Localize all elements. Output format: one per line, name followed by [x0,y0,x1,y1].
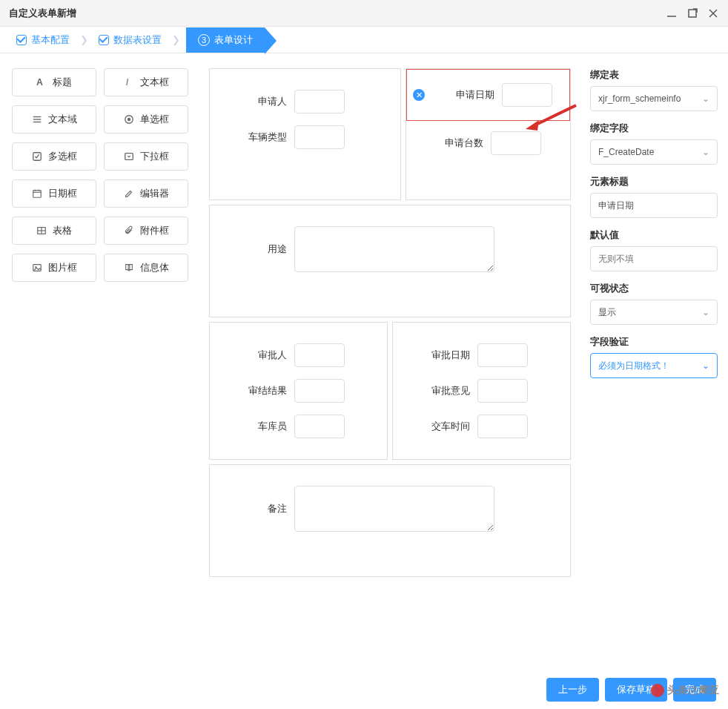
palette-textbox[interactable]: I文本框 [104,68,188,96]
field-remark[interactable]: 备注 [223,486,557,532]
svg-point-10 [127,118,130,121]
image-icon [32,263,42,273]
component-palette: A标题 I文本框 文本域 单选框 多选框 下拉框 日期框 编辑器 表格 附件框 … [0,53,200,670]
palette-date[interactable]: 日期框 [12,179,96,208]
step-number: 3 [198,34,210,46]
close-icon[interactable] [707,7,719,19]
maximize-icon[interactable] [686,7,698,19]
footer-actions: 上一步 保存草稿 完成 [0,670,728,709]
checkbox-icon [32,151,42,162]
approve-result-input[interactable] [294,379,345,403]
field-vehicle-type[interactable]: 车辆类型 [223,125,387,149]
field-approve-comment[interactable]: 审批意见 [406,379,557,403]
field-approve-date[interactable]: 审批日期 [406,343,557,367]
field-validate-select[interactable]: 必须为日期格式！⌄ [590,353,718,378]
palette-infobody[interactable]: 信息体 [104,254,188,282]
calendar-icon [32,188,42,199]
svg-rect-1 [689,10,696,17]
visible-state-label: 可视状态 [590,282,718,295]
element-title-input[interactable] [598,200,709,211]
minimize-icon[interactable] [666,7,678,19]
bind-field-select[interactable]: F_CreateDate⌄ [590,139,718,165]
step-form-design[interactable]: 3表单设计 [186,27,265,53]
element-title-label: 元素标题 [590,175,718,188]
field-purpose[interactable]: 用途 [223,226,557,272]
step-wizard: 基本配置 ❯ 数据表设置 ❯ 3表单设计 [0,27,728,53]
default-value-label: 默认值 [590,228,718,242]
form-block[interactable]: 用途 [209,205,571,317]
field-apply-date[interactable]: 申请日期 [414,83,562,107]
prev-button[interactable]: 上一步 [546,678,599,702]
title-bar: 自定义表单新增 [0,0,728,27]
form-block[interactable]: 备注 [209,464,571,577]
field-approve-result[interactable]: 审结结果 [223,379,374,403]
apply-date-input[interactable] [502,83,552,107]
step-data-table[interactable]: 数据表设置 [94,33,166,47]
visible-state-select[interactable]: 显示⌄ [590,300,718,325]
apply-count-input[interactable] [491,131,541,155]
remark-textarea[interactable] [294,486,494,532]
bind-table-label: 绑定表 [590,68,718,82]
approver-input[interactable] [294,343,345,367]
form-canvas: 申请人 车辆类型 ✕ 申请日期 申请台数 用途 审批人 审结结果 车库员 [200,53,580,670]
bind-field-label: 绑定字段 [590,122,718,135]
field-deliver-time[interactable]: 交车时间 [406,415,557,438]
purpose-textarea[interactable] [294,226,494,272]
vehicle-type-input[interactable] [294,125,345,149]
palette-radio[interactable]: 单选框 [104,105,188,133]
check-icon [16,35,27,45]
chevron-down-icon: ⌄ [702,307,709,317]
lines-icon [32,114,42,125]
palette-textarea[interactable]: 文本域 [12,105,96,133]
form-block[interactable]: ✕ 申请日期 申请台数 [406,68,571,200]
field-approver[interactable]: 审批人 [223,343,374,367]
field-apply-count[interactable]: 申请台数 [406,131,570,155]
check-icon [99,35,109,45]
palette-select[interactable]: 下拉框 [104,142,188,171]
bind-table-select[interactable]: xjr_form_schemeinfo⌄ [590,86,718,111]
palette-editor[interactable]: 编辑器 [104,179,188,208]
paperclip-icon [124,225,134,236]
window-controls [666,7,719,19]
palette-table[interactable]: 表格 [12,217,96,245]
properties-panel: 绑定表 xjr_form_schemeinfo⌄ 绑定字段 F_CreateDa… [580,53,728,670]
save-draft-button[interactable]: 保存草稿 [605,678,667,702]
chevron-right-icon: ❯ [80,34,88,45]
dropdown-icon [124,151,134,162]
chevron-down-icon: ⌄ [702,93,709,104]
garage-staff-input[interactable] [294,415,345,438]
form-block[interactable]: 申请人 车辆类型 [209,68,401,200]
field-applicant[interactable]: 申请人 [223,90,387,113]
done-button[interactable]: 完成 [673,678,716,702]
chevron-down-icon: ⌄ [702,360,709,371]
default-value-input[interactable] [598,254,709,264]
svg-rect-13 [33,191,41,198]
book-icon [124,263,134,273]
pencil-icon [124,188,134,199]
approve-date-input[interactable] [477,343,528,367]
svg-text:I: I [125,77,128,88]
field-garage-staff[interactable]: 车库员 [223,415,374,438]
chevron-right-icon: ❯ [172,34,180,45]
chevron-down-icon: ⌄ [702,147,709,157]
form-block[interactable]: 审批人 审结结果 车库员 [209,322,388,460]
svg-text:A: A [36,77,43,88]
delete-field-icon[interactable]: ✕ [413,89,425,101]
form-block[interactable]: 审批日期 审批意见 交车时间 [392,322,571,460]
palette-attachment[interactable]: 附件框 [104,217,188,245]
field-validate-label: 字段验证 [590,335,718,349]
selected-field-cell[interactable]: ✕ 申请日期 [406,69,570,121]
palette-checkbox[interactable]: 多选框 [12,142,96,171]
applicant-input[interactable] [294,90,345,113]
step-basic-config[interactable]: 基本配置 [12,33,74,47]
deliver-time-input[interactable] [477,415,528,438]
palette-image[interactable]: 图片框 [12,254,96,282]
window-title: 自定义表单新增 [9,7,76,20]
palette-title[interactable]: A标题 [12,68,96,96]
table-icon [36,225,47,236]
italic-icon: I [124,77,134,88]
font-icon: A [36,77,47,88]
approve-comment-input[interactable] [477,379,528,403]
radio-icon [124,114,134,125]
